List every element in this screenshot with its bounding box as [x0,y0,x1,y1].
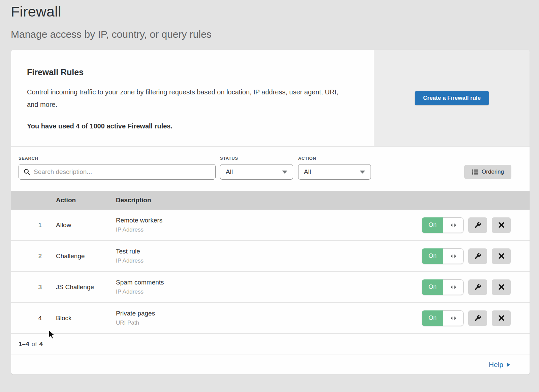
rules-usage-note: You have used 4 of 1000 active Firewall … [27,122,354,130]
chevron-down-icon [282,171,287,174]
help-link[interactable]: Help [489,361,510,369]
rule-action: Allow [56,221,116,229]
pagination-separator: of [32,340,37,348]
rule-controls: On [418,279,530,295]
toggle-arrows-icon [450,254,457,259]
toggle-handle[interactable] [443,248,464,264]
chevron-down-icon [360,171,365,174]
delete-rule-button[interactable] [492,310,511,326]
toggle-handle[interactable] [443,217,464,233]
delete-rule-button[interactable] [492,248,511,264]
status-label: STATUS [220,156,293,161]
edit-rule-button[interactable] [468,248,487,264]
rule-priority: 4 [11,314,56,322]
toggle-on-label: On [422,279,443,295]
action-column-header: Action [56,197,116,204]
table-row: 3 JS Challenge Spam comments IP Address … [11,272,530,303]
description-column-header: Description [116,197,418,204]
rule-match-type: IP Address [116,227,418,233]
action-label: ACTION [298,156,371,161]
status-filter-group: STATUS All [220,156,293,180]
rule-match-type: IP Address [116,289,418,295]
toggle-handle[interactable] [443,310,464,326]
table-row: 4 Block Private pages URI Path On [11,303,530,334]
rule-priority: 3 [11,283,56,291]
action-selected-value: All [304,168,311,176]
toggle-on-label: On [422,217,443,233]
wrench-icon [474,252,481,260]
rule-description: Test rule [116,248,418,255]
card-footer: Help [11,355,530,374]
search-input[interactable] [34,168,211,176]
table-row: 2 Challenge Test rule IP Address On [11,241,530,272]
rule-priority: 1 [11,221,56,229]
rule-controls: On [418,248,530,264]
close-icon [498,253,505,259]
create-rule-panel: Create a Firewall rule [374,50,530,146]
toggle-on-label: On [422,310,443,326]
wrench-icon [474,314,481,322]
rule-description-cell: Private pages URI Path [116,310,418,326]
rule-action: JS Challenge [56,283,116,291]
rules-description: Control incoming traffic to your zone by… [27,86,350,111]
table-row: 1 Allow Remote workers IP Address On [11,210,530,241]
pagination-range: 1–4 [19,340,29,348]
help-link-label: Help [489,361,503,369]
close-icon [498,315,505,321]
ordering-button-label: Ordering [482,169,504,175]
delete-rule-button[interactable] [492,217,511,233]
pagination-total: 4 [39,340,43,348]
edit-rule-button[interactable] [468,217,487,233]
rule-enabled-toggle[interactable]: On [422,248,464,264]
search-filter-group: SEARCH [19,156,216,180]
search-label: SEARCH [19,156,216,161]
pagination-row: 1–4 of 4 [11,334,530,355]
toggle-arrows-icon [450,285,457,290]
ordering-list-icon [472,169,478,175]
rule-action: Challenge [56,252,116,260]
edit-rule-button[interactable] [468,310,487,326]
rule-description: Spam comments [116,279,418,286]
toggle-handle[interactable] [443,279,464,295]
firewall-rules-card: Firewall Rules Control incoming traffic … [11,50,530,374]
filters-bar: SEARCH STATUS All ACTION All [11,146,530,191]
wrench-icon [474,221,481,229]
ordering-button[interactable]: Ordering [464,165,511,179]
rule-controls: On [418,217,530,233]
page-subtitle: Manage access by IP, country, or query r… [11,29,539,40]
close-icon [498,284,505,290]
rule-match-type: URI Path [116,320,418,326]
create-firewall-rule-button[interactable]: Create a Firewall rule [415,91,489,105]
rule-match-type: IP Address [116,258,418,264]
rule-enabled-toggle[interactable]: On [422,310,464,326]
edit-rule-button[interactable] [468,279,487,295]
search-box [19,164,216,180]
status-selected-value: All [226,168,233,176]
rule-controls: On [418,310,530,326]
rule-priority: 2 [11,252,56,260]
action-filter-group: ACTION All [298,156,371,180]
rule-description-cell: Test rule IP Address [116,248,418,264]
delete-rule-button[interactable] [492,279,511,295]
rules-info: Firewall Rules Control incoming traffic … [11,50,374,146]
rule-action: Block [56,314,116,322]
table-header: Action Description [11,191,530,210]
search-icon [24,169,30,175]
page-title: Firewall [11,3,539,20]
rule-description-cell: Remote workers IP Address [116,217,418,233]
rules-heading: Firewall Rules [27,67,354,77]
card-top-section: Firewall Rules Control incoming traffic … [11,50,530,146]
toggle-arrows-icon [450,223,457,228]
toggle-on-label: On [422,248,443,264]
rule-description-cell: Spam comments IP Address [116,279,418,295]
action-select[interactable]: All [298,164,371,180]
rule-enabled-toggle[interactable]: On [422,279,464,295]
rule-description: Remote workers [116,217,418,224]
rule-description: Private pages [116,310,418,317]
toggle-arrows-icon [450,316,457,321]
page-header: Firewall Manage access by IP, country, o… [0,0,539,40]
rule-enabled-toggle[interactable]: On [422,217,464,233]
status-select[interactable]: All [220,164,293,180]
arrow-right-icon [507,362,510,367]
wrench-icon [474,283,481,291]
